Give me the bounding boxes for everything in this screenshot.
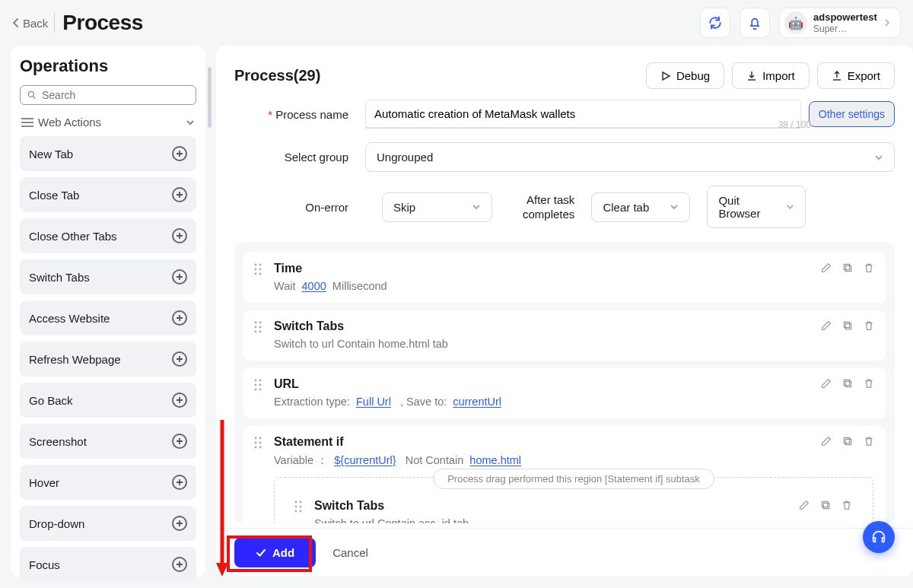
svg-point-20 bbox=[255, 380, 257, 382]
after-task-dropdown-2[interactable]: Quit Browser bbox=[707, 186, 806, 228]
svg-point-37 bbox=[300, 501, 302, 504]
help-fab[interactable] bbox=[863, 521, 895, 553]
list-icon bbox=[21, 117, 33, 128]
export-icon bbox=[832, 71, 842, 81]
debug-label: Debug bbox=[676, 69, 710, 82]
notifications-button[interactable] bbox=[740, 8, 770, 38]
delete-icon[interactable] bbox=[841, 499, 853, 514]
nested-region: Process drag performed this region [Stat… bbox=[274, 477, 873, 523]
op-item-refresh-webpage[interactable]: Refresh Webpage bbox=[20, 342, 196, 377]
step-link[interactable]: home.html bbox=[469, 454, 521, 466]
drag-handle-icon[interactable] bbox=[294, 501, 302, 516]
plus-icon bbox=[172, 228, 187, 243]
drag-handle-icon[interactable] bbox=[254, 379, 262, 394]
op-item-hover[interactable]: Hover bbox=[20, 465, 196, 500]
back-button[interactable]: Back bbox=[12, 17, 48, 30]
op-item-new-tab[interactable]: New Tab bbox=[20, 136, 196, 171]
op-item-switch-tabs[interactable]: Switch Tabs bbox=[20, 259, 196, 294]
chevron-down-icon bbox=[670, 203, 679, 211]
back-label: Back bbox=[23, 17, 48, 30]
search-input-wrap[interactable] bbox=[20, 85, 196, 105]
step-desc: Switch to url Contain acc_id tab bbox=[314, 517, 851, 523]
after-task-value-2: Quit Browser bbox=[718, 194, 778, 220]
delete-icon[interactable] bbox=[863, 319, 875, 335]
copy-icon[interactable] bbox=[841, 319, 854, 335]
on-error-dropdown[interactable]: Skip bbox=[382, 192, 492, 222]
content-heading: Process(29) bbox=[234, 67, 320, 84]
delete-icon[interactable] bbox=[863, 377, 875, 393]
drag-handle-icon[interactable] bbox=[254, 263, 262, 278]
debug-button[interactable]: Debug bbox=[646, 62, 724, 89]
play-icon bbox=[660, 71, 671, 81]
op-item-close-tab[interactable]: Close Tab bbox=[20, 177, 196, 212]
step-link[interactable]: currentUrl bbox=[453, 396, 501, 408]
after-task-dropdown-1[interactable]: Clear tab bbox=[591, 192, 690, 222]
plus-icon bbox=[172, 434, 187, 449]
svg-rect-27 bbox=[844, 380, 849, 385]
copy-icon[interactable] bbox=[841, 435, 854, 450]
copy-icon[interactable] bbox=[819, 499, 832, 514]
step-link[interactable]: Full Url bbox=[356, 396, 391, 408]
svg-rect-19 bbox=[844, 322, 849, 327]
edit-icon[interactable] bbox=[820, 435, 832, 450]
step-card[interactable]: URL Extraction type: Full Url , Save to:… bbox=[243, 368, 886, 418]
svg-point-6 bbox=[255, 269, 257, 271]
delete-icon[interactable] bbox=[863, 435, 875, 450]
svg-rect-42 bbox=[823, 503, 829, 508]
op-item-access-website[interactable]: Access Website bbox=[20, 300, 196, 335]
step-card[interactable]: Time Wait 4000 Millisecond bbox=[243, 253, 886, 303]
step-card[interactable]: Switch Tabs Switch to url Contain home.h… bbox=[243, 310, 886, 361]
op-item-screenshot[interactable]: Screenshot bbox=[20, 424, 196, 459]
cancel-button[interactable]: Cancel bbox=[332, 546, 368, 559]
edit-icon[interactable] bbox=[798, 499, 810, 514]
edit-icon[interactable] bbox=[820, 377, 832, 393]
sidebar: Operations Web Actions New Tab Close Tab… bbox=[11, 46, 205, 577]
copy-icon[interactable] bbox=[841, 262, 854, 277]
export-button[interactable]: Export bbox=[817, 62, 895, 89]
on-error-label: On-error bbox=[250, 201, 348, 214]
svg-rect-34 bbox=[845, 439, 851, 444]
step-link[interactable]: ${currentUrl} bbox=[334, 454, 396, 466]
op-item-focus[interactable]: Focus bbox=[20, 547, 196, 582]
sidebar-group-web-actions[interactable]: Web Actions bbox=[20, 113, 196, 136]
page-title: Process bbox=[62, 11, 142, 35]
op-item-close-other-tabs[interactable]: Close Other Tabs bbox=[20, 218, 196, 253]
step-title: URL bbox=[274, 377, 873, 391]
op-item-go-back[interactable]: Go Back bbox=[20, 383, 196, 418]
svg-point-0 bbox=[28, 91, 33, 97]
svg-point-21 bbox=[259, 380, 262, 382]
select-group-value: Ungrouped bbox=[377, 151, 433, 164]
other-settings-button[interactable]: Other settings bbox=[809, 101, 895, 127]
svg-point-23 bbox=[259, 384, 262, 386]
process-name-input[interactable] bbox=[365, 100, 801, 129]
char-count: 38 / 100 bbox=[778, 119, 811, 130]
export-label: Export bbox=[848, 69, 880, 82]
step-card[interactable]: Switch Tabs Switch to url Contain acc_id… bbox=[284, 490, 864, 523]
select-group-dropdown[interactable]: Ungrouped bbox=[365, 142, 895, 172]
step-desc: Variable ： ${currentUrl} Not Contain hom… bbox=[274, 453, 873, 468]
refresh-button[interactable] bbox=[700, 8, 730, 38]
check-icon bbox=[256, 548, 266, 558]
svg-rect-1 bbox=[21, 118, 33, 119]
op-item-drop-down[interactable]: Drop-down bbox=[20, 506, 196, 541]
op-item-label: Close Tab bbox=[29, 189, 79, 202]
drag-handle-icon[interactable] bbox=[254, 437, 262, 452]
user-menu[interactable]: 🤖 adspowertest Super… bbox=[779, 8, 901, 38]
step-card[interactable]: Statement if Variable ： ${currentUrl} No… bbox=[243, 426, 886, 523]
step-link[interactable]: 4000 bbox=[302, 280, 326, 292]
copy-icon[interactable] bbox=[841, 377, 854, 393]
step-title: Statement if bbox=[274, 435, 873, 449]
svg-point-14 bbox=[255, 326, 257, 329]
svg-point-13 bbox=[259, 322, 262, 324]
op-item-label: Drop-down bbox=[29, 517, 84, 530]
edit-icon[interactable] bbox=[820, 319, 832, 335]
drag-handle-icon[interactable] bbox=[254, 321, 262, 336]
delete-icon[interactable] bbox=[863, 262, 875, 277]
add-button[interactable]: Add bbox=[234, 538, 316, 567]
edit-icon[interactable] bbox=[820, 262, 832, 277]
import-button[interactable]: Import bbox=[732, 62, 810, 89]
svg-point-29 bbox=[259, 437, 262, 440]
chevron-down-icon bbox=[786, 203, 794, 211]
search-input[interactable] bbox=[42, 89, 189, 101]
refresh-icon bbox=[708, 15, 723, 30]
